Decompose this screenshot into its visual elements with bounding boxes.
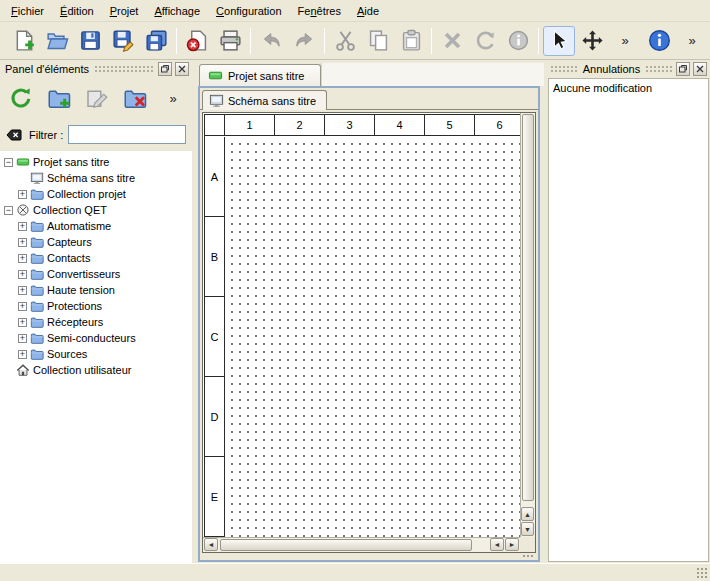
tree-item-capteurs[interactable]: +Capteurs: [0, 234, 192, 250]
copy-button[interactable]: [362, 26, 394, 56]
tree-item-sources[interactable]: +Sources: [0, 346, 192, 362]
tree-item-projet-sans-titre[interactable]: −Projet sans titre: [0, 154, 192, 170]
paste-button[interactable]: [395, 26, 427, 56]
clear-filter-button[interactable]: [4, 126, 24, 144]
float-panel-button[interactable]: [158, 62, 172, 76]
save-all-button[interactable]: [140, 26, 172, 56]
menu-item-fenetres[interactable]: Fenêtres: [290, 0, 349, 21]
vertical-scrollbar[interactable]: ▲ ▼: [520, 113, 535, 537]
scroll-up-button[interactable]: ▲: [521, 507, 534, 521]
collapse-toggle[interactable]: −: [4, 206, 13, 215]
tab-project[interactable]: Projet sans titre: [199, 64, 321, 86]
toolbar-overflow-button[interactable]: »: [609, 26, 641, 56]
project-window: Schéma sans titre 123456 ABCDE: [198, 86, 540, 562]
diagram-canvas[interactable]: 123456 ABCDE: [203, 113, 520, 537]
sheet-body: ABCDE: [205, 137, 520, 537]
scroll-left-button[interactable]: ◄: [204, 538, 218, 551]
vertical-scrollbar-thumb[interactable]: [522, 114, 534, 501]
close-document-button[interactable]: [181, 26, 213, 56]
close-icon: [695, 64, 705, 74]
tree-item-automatisme[interactable]: +Automatisme: [0, 218, 192, 234]
main-toolbar: »»: [0, 22, 710, 60]
help-overflow-button[interactable]: »: [676, 26, 708, 56]
dock-drag-handle[interactable]: [94, 65, 155, 73]
toolbar-overflow-icon: »: [621, 33, 628, 48]
new-document-button[interactable]: [8, 26, 40, 56]
diagram-icon: [30, 171, 44, 185]
scroll-left-button-2[interactable]: ◄: [490, 538, 504, 551]
menu-bar: FichierÉditionProjetAffichageConfigurati…: [0, 0, 710, 22]
selection-properties-button[interactable]: [502, 26, 534, 56]
project-icon: [208, 68, 223, 83]
tree-item-haute-tension[interactable]: +Haute tension: [0, 282, 192, 298]
undo-button[interactable]: [255, 26, 287, 56]
expand-toggle[interactable]: +: [18, 190, 27, 199]
collapse-toggle[interactable]: −: [4, 158, 13, 167]
save-button[interactable]: [74, 26, 106, 56]
tree-item-collection-projet[interactable]: +Collection projet: [0, 186, 192, 202]
redo-button[interactable]: [288, 26, 320, 56]
tree-item-collection-utilisateur[interactable]: Collection utilisateur: [0, 362, 192, 378]
menu-item-projet[interactable]: Projet: [102, 0, 147, 21]
about-qet-button[interactable]: [643, 26, 675, 56]
close-panel-button[interactable]: [175, 62, 189, 76]
tree-item-label: Protections: [47, 300, 102, 312]
reload-collections-button[interactable]: [6, 83, 36, 113]
filter-input[interactable]: [68, 125, 186, 144]
cut-button[interactable]: [329, 26, 361, 56]
pan-mode-button[interactable]: [576, 26, 608, 56]
expand-toggle[interactable]: +: [18, 238, 27, 247]
float-panel-button[interactable]: [676, 62, 690, 76]
menu-item-fichier[interactable]: Fichier: [3, 0, 52, 21]
new-element-button[interactable]: [44, 83, 74, 113]
save-as-button[interactable]: [107, 26, 139, 56]
select-mode-button[interactable]: [543, 26, 575, 56]
menu-item-configuration[interactable]: Configuration: [208, 0, 289, 21]
delete-element-button[interactable]: [120, 83, 150, 113]
expand-toggle[interactable]: +: [18, 254, 27, 263]
edit-element-button[interactable]: [82, 83, 112, 113]
menu-item-affichage[interactable]: Affichage: [146, 0, 208, 21]
tree-item-collection-qet[interactable]: −Collection QET: [0, 202, 192, 218]
expand-toggle[interactable]: +: [18, 334, 27, 343]
close-panel-button[interactable]: [693, 62, 707, 76]
open-document-button[interactable]: [41, 26, 73, 56]
tree-item-contacts[interactable]: +Contacts: [0, 250, 192, 266]
tab-diagram-label: Schéma sans titre: [228, 95, 316, 107]
tree-item-label: Haute tension: [47, 284, 115, 296]
menu-item-aide[interactable]: Aide: [349, 0, 387, 21]
diagram-tab-bar: Schéma sans titre: [200, 88, 538, 110]
tree-item-schema-sans-titre[interactable]: Schéma sans titre: [0, 170, 192, 186]
expand-toggle[interactable]: +: [18, 286, 27, 295]
horizontal-scrollbar-thumb[interactable]: [220, 539, 472, 551]
print-button[interactable]: [214, 26, 246, 56]
window-resize-grip[interactable]: [522, 554, 535, 559]
scroll-down-button[interactable]: ▼: [521, 522, 534, 536]
expand-toggle[interactable]: +: [18, 318, 27, 327]
tree-item-protections[interactable]: +Protections: [0, 298, 192, 314]
rotate-selection-button[interactable]: [469, 26, 501, 56]
float-icon: [678, 64, 688, 74]
expand-toggle[interactable]: +: [18, 270, 27, 279]
open-document-icon: [46, 29, 69, 52]
ruler-row-B: B: [205, 217, 224, 297]
dock-drag-handle[interactable]: [645, 65, 673, 73]
delete-selection-button[interactable]: [436, 26, 468, 56]
panel-overflow-button[interactable]: »: [158, 83, 188, 113]
expand-toggle[interactable]: +: [18, 302, 27, 311]
expand-toggle[interactable]: +: [18, 350, 27, 359]
print-icon: [219, 29, 242, 52]
tab-diagram[interactable]: Schéma sans titre: [202, 90, 327, 110]
tree-item-recepteurs[interactable]: +Récepteurs: [0, 314, 192, 330]
horizontal-scrollbar[interactable]: ◄ ◄ ►: [203, 537, 520, 552]
undo-history-list[interactable]: Aucune modification: [548, 78, 709, 562]
dock-drag-handle[interactable]: [550, 65, 578, 73]
menu-item-edition[interactable]: Édition: [52, 0, 102, 21]
arrow-left-icon: ◄: [494, 541, 501, 548]
tree-item-semi-conducteurs[interactable]: +Semi-conducteurs: [0, 330, 192, 346]
scroll-right-button[interactable]: ►: [505, 538, 519, 551]
tree-item-convertisseurs[interactable]: +Convertisseurs: [0, 266, 192, 282]
clear-filter-icon: [6, 127, 22, 143]
expand-toggle[interactable]: +: [18, 222, 27, 231]
resize-grip[interactable]: [696, 567, 709, 580]
